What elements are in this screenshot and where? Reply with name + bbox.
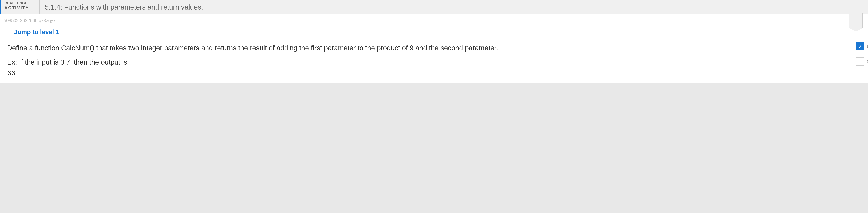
progress-badge bbox=[849, 13, 863, 28]
level-connector bbox=[860, 52, 860, 56]
example-label: Ex: If the input is 3 7, then the output… bbox=[7, 58, 861, 66]
jump-to-level-link[interactable]: Jump to level 1 bbox=[14, 29, 59, 36]
level-box-1[interactable]: ✓ 1 bbox=[856, 42, 864, 50]
level-box-2[interactable]: 2 bbox=[856, 58, 864, 66]
checkmark-icon: ✓ bbox=[858, 43, 863, 49]
activity-header: CHALLENGE ACTIVITY 5.1.4: Functions with… bbox=[0, 0, 868, 14]
activity-title: 5.1.4: Functions with parameters and ret… bbox=[39, 0, 868, 14]
activity-label-box: CHALLENGE ACTIVITY bbox=[0, 0, 39, 14]
activity-content: 508502.3622660.qx3zqy7 Jump to level 1 D… bbox=[0, 14, 868, 82]
level-indicator: ✓ 1 2 bbox=[856, 42, 864, 66]
code-id: 508502.3622660.qx3zqy7 bbox=[4, 18, 861, 23]
activity-type-line2: ACTIVITY bbox=[4, 5, 29, 10]
level-number: 2 bbox=[866, 60, 868, 64]
level-number: 1 bbox=[866, 44, 868, 48]
activity-type-line1: CHALLENGE bbox=[4, 1, 29, 5]
activity-container: CHALLENGE ACTIVITY 5.1.4: Functions with… bbox=[0, 0, 868, 83]
prompt-text: Define a function CalcNum() that takes t… bbox=[7, 43, 775, 53]
example-output: 66 bbox=[7, 70, 861, 77]
